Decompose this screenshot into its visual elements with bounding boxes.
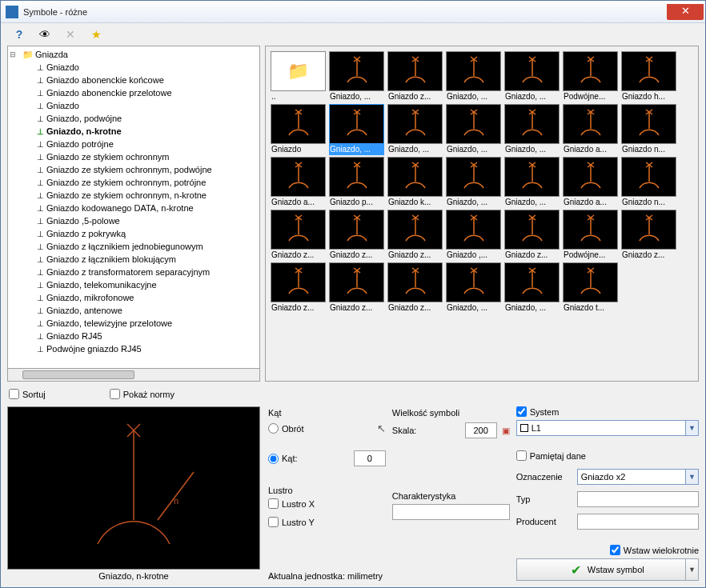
characteristic-label: Charakterystyka xyxy=(392,491,510,501)
toolbar: ? 👁 ✕ ★ xyxy=(1,23,705,46)
thumbnail-item[interactable]: Gniazdo, ... xyxy=(504,104,560,155)
thumbnail-item[interactable]: Gniazdo, ... xyxy=(446,157,501,208)
app-icon xyxy=(6,6,18,18)
tree-item[interactable]: ⊥Gniazdo ze stykiem ochronnym, potrójne xyxy=(8,176,259,189)
units-label: Aktualna jednostka: milimetry xyxy=(268,568,386,581)
thumbnail-item[interactable]: Gniazdo z... xyxy=(504,210,560,261)
thumbnail-item[interactable]: Gniazdo z... xyxy=(329,262,384,314)
thumbnail-item[interactable]: Gniazdo, ... xyxy=(504,51,560,102)
titlebar[interactable]: Symbole - różne ✕ xyxy=(1,1,705,23)
tree-item[interactable]: ⊥Gniazdo ze stykiem ochronnym, podwójne xyxy=(8,163,259,176)
thumbnail-item[interactable]: Gniazdo k... xyxy=(387,157,443,208)
manufacturer-label: Producent xyxy=(516,517,572,526)
tree-item[interactable]: ⊥Gniazdo xyxy=(8,61,259,74)
mirror-x-checkbox[interactable]: Lustro X xyxy=(268,498,386,509)
thumbnail-item[interactable]: Gniazdo a... xyxy=(563,157,618,208)
tree-item[interactable]: ⊥Gniazdo, antenowe xyxy=(8,304,259,317)
thumbnail-item[interactable]: Gniazdo, ... xyxy=(446,262,501,314)
tree-item[interactable]: ⊥Gniazdo, mikrofonowe xyxy=(8,291,259,304)
system-checkbox[interactable]: System xyxy=(516,406,699,417)
tree-item[interactable]: ⊥Gniazdo, telewizyjne przelotowe xyxy=(8,317,259,330)
tree-item[interactable]: ⊥Gniazdo z łącznikiem blokującym xyxy=(8,253,259,266)
tree-item[interactable]: ⊥Gniazdo, n-krotne xyxy=(8,125,259,138)
thumbnail-item[interactable]: Gniazdo h... xyxy=(621,51,676,102)
thumbnail-item[interactable]: Gniazdo z... xyxy=(271,210,326,261)
tree-item[interactable]: ⊥Gniazdo potrójne xyxy=(8,138,259,150)
help-icon[interactable]: ? xyxy=(12,27,26,42)
tree-item[interactable]: ⊥Gniazdo ,5-polowe xyxy=(8,214,259,227)
thumbnail-item[interactable]: Gniazdo a... xyxy=(271,157,326,208)
thumbnail-item[interactable]: Gniazdo a... xyxy=(563,104,618,155)
thumbnail-item[interactable]: Gniazdo t... xyxy=(563,262,618,314)
thumbnail-grid[interactable]: 📁..Gniazdo, ...Gniazdo z...Gniazdo, ...G… xyxy=(265,46,699,382)
characteristic-input[interactable] xyxy=(392,504,510,520)
tree-item[interactable]: ⊥Gniazdo xyxy=(8,99,259,112)
thumbnail-item[interactable]: Podwójne... xyxy=(563,51,618,102)
window-title: Symbole - różne xyxy=(23,7,667,17)
designation-select[interactable]: Gniazdo x2▼ xyxy=(577,469,699,485)
thumbnail-item[interactable]: Gniazdo, ... xyxy=(504,262,560,314)
tree-item[interactable]: ⊥Gniazdo z pokrywką xyxy=(8,227,259,240)
size-group-label: Wielkość symboli xyxy=(392,408,510,418)
tree-item[interactable]: ⊥Gniazdo kodowanego DATA, n-krotne xyxy=(8,202,259,214)
thumbnail-item[interactable]: Gniazdo, ... xyxy=(504,157,560,208)
insert-symbol-button[interactable]: ✔ Wstaw symbol ▼ xyxy=(516,558,699,581)
designation-label: Oznaczenie xyxy=(516,472,572,482)
close-button[interactable]: ✕ xyxy=(667,4,704,20)
thumbnail-item[interactable]: Gniazdo, ... xyxy=(446,104,501,155)
svg-text:n: n xyxy=(174,496,179,506)
tree-item[interactable]: ⊥Gniazdo z transformatorem separacyjnym xyxy=(8,266,259,278)
tree-root[interactable]: 📁Gniazda xyxy=(8,48,259,61)
tree-item[interactable]: ⊥Podwójne gniazdo RJ45 xyxy=(8,342,259,355)
tree-item[interactable]: ⊥Gniazdo z łącznikiem jednobiegunowym xyxy=(8,240,259,253)
manufacturer-input[interactable] xyxy=(577,514,699,530)
thumbnail-item[interactable]: Gniazdo z... xyxy=(271,262,326,314)
symbol-tree[interactable]: 📁Gniazda ⊥Gniazdo⊥Gniazdo abonenckie koń… xyxy=(7,46,260,369)
thumbnail-item[interactable]: Gniazdo p... xyxy=(329,157,384,208)
sort-checkbox[interactable]: Sortuj xyxy=(9,389,46,399)
thumbnail-item[interactable]: Gniazdo z... xyxy=(387,262,443,314)
preview-canvas: n xyxy=(7,406,260,570)
star-icon[interactable]: ★ xyxy=(89,27,103,42)
thumbnail-item[interactable]: 📁.. xyxy=(271,51,326,102)
thumbnail-item[interactable]: Gniazdo, ... xyxy=(329,104,384,155)
thumbnail-item[interactable]: Gniazdo z... xyxy=(387,210,443,261)
thumbnail-item[interactable]: Gniazdo z... xyxy=(387,51,443,102)
thumbnail-item[interactable]: Gniazdo n... xyxy=(621,104,676,155)
thumbnail-item[interactable]: Gniazdo, ... xyxy=(387,104,443,155)
find-icon[interactable]: 👁 xyxy=(38,27,52,42)
tree-item[interactable]: ⊥Gniazdo ze stykiem ochronnym, n-krotne xyxy=(8,189,259,202)
show-norms-checkbox[interactable]: Pokaż normy xyxy=(110,389,174,399)
tree-item[interactable]: ⊥Gniazdo, telekomunikacyjne xyxy=(8,278,259,291)
tree-scrollbar[interactable] xyxy=(7,369,260,382)
system-select[interactable]: L1▼ xyxy=(516,420,699,436)
check-icon: ✔ xyxy=(571,562,581,578)
scale-input[interactable] xyxy=(465,422,497,438)
thumbnail-item[interactable]: Podwójne... xyxy=(563,210,618,261)
tree-item[interactable]: ⊥Gniazdo abonenckie końcowe xyxy=(8,74,259,86)
thumbnail-item[interactable]: Gniazdo ,... xyxy=(446,210,501,261)
insert-dropdown-icon[interactable]: ▼ xyxy=(685,559,698,580)
angle-input[interactable] xyxy=(354,450,386,466)
mirror-y-checkbox[interactable]: Lustro Y xyxy=(268,517,386,527)
scale-label: Skala: xyxy=(392,426,417,435)
scale-pick-icon[interactable]: ▣ xyxy=(502,426,510,436)
type-label: Typ xyxy=(516,494,572,504)
thumbnail-item[interactable]: Gniazdo z... xyxy=(329,210,384,261)
type-input[interactable] xyxy=(577,491,699,507)
thumbnail-item[interactable]: Gniazdo n... xyxy=(621,157,676,208)
thumbnail-item[interactable]: Gniazdo, ... xyxy=(329,51,384,102)
tree-item[interactable]: ⊥Gniazdo, podwójne xyxy=(8,112,259,125)
delete-icon[interactable]: ✕ xyxy=(63,27,78,42)
rotation-radio[interactable]: Obrót xyxy=(268,423,304,434)
thumbnail-item[interactable]: Gniazdo, ... xyxy=(446,51,501,102)
thumbnail-item[interactable]: Gniazdo xyxy=(271,104,326,155)
tree-item[interactable]: ⊥Gniazdo abonenckie przelotowe xyxy=(8,86,259,99)
angle-radio[interactable]: Kąt: xyxy=(268,454,298,464)
preview-caption: Gniazdo, n-krotne xyxy=(7,570,260,581)
thumbnail-item[interactable]: Gniazdo z... xyxy=(621,210,676,261)
tree-item[interactable]: ⊥Gniazdo ze stykiem ochronnym xyxy=(8,150,259,163)
multi-insert-checkbox[interactable]: Wstaw wielokrotnie xyxy=(516,545,699,555)
remember-checkbox[interactable]: Pamiętaj dane xyxy=(516,450,699,461)
tree-item[interactable]: ⊥Gniazdo RJ45 xyxy=(8,330,259,342)
